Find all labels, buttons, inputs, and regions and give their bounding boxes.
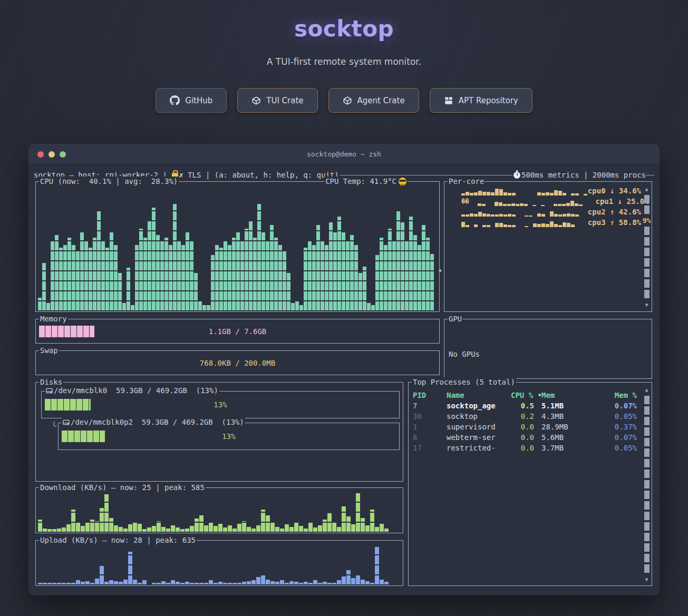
column-header[interactable]: Name xyxy=(447,390,511,400)
process-row[interactable]: 1supervisord0.028.9MB0.37% xyxy=(413,422,639,432)
chart-bar xyxy=(232,238,236,310)
percore-scrollbar[interactable]: ▲9%▼ xyxy=(643,183,650,310)
chart-bar xyxy=(256,577,260,584)
process-row[interactable]: 7socktop_age0.55.1MB0.07% xyxy=(413,400,639,411)
chart-bar xyxy=(157,583,161,584)
chart-bar xyxy=(318,583,322,584)
chart-bar xyxy=(109,518,113,532)
chart-bar xyxy=(375,547,379,584)
column-header[interactable]: CPU % • xyxy=(511,390,541,400)
chart-bar xyxy=(384,582,389,584)
scroll-thumb-block[interactable] xyxy=(643,405,650,416)
chart-bar xyxy=(251,580,256,584)
scroll-up-arrow[interactable]: ▲ xyxy=(643,183,650,194)
chart-bar xyxy=(85,581,90,584)
process-row[interactable]: 17restricted-0.03.7MB0.05% xyxy=(413,443,639,453)
chart-bar xyxy=(346,570,351,584)
github-button[interactable]: GitHub xyxy=(156,88,227,113)
scroll-thumb-block[interactable] xyxy=(643,257,650,268)
column-header[interactable]: PID xyxy=(413,390,447,400)
scroll-thumb-block[interactable] xyxy=(643,416,650,426)
disk-title: /dev/mmcblk0 59.3GB / 469.2GB (13%) xyxy=(45,386,219,395)
disk-gauge: 13% xyxy=(62,431,396,442)
chart-bar xyxy=(280,529,284,532)
scroll-thumb-block[interactable] xyxy=(643,437,650,447)
column-header[interactable]: Mem % xyxy=(599,390,639,400)
process-cell: 0.07% xyxy=(599,432,639,443)
scroll-thumb-block[interactable] xyxy=(643,194,650,204)
chart-bar xyxy=(127,268,130,310)
apt-repository-button[interactable]: APT Repository xyxy=(430,88,532,113)
processes-scrollbar[interactable]: ▲▼ xyxy=(643,384,650,584)
spark-bar xyxy=(461,222,465,227)
chart-bar xyxy=(354,245,358,310)
scroll-thumb-block[interactable] xyxy=(643,204,650,215)
process-cell: socktop xyxy=(447,411,511,422)
chart-bar xyxy=(285,583,289,584)
scroll-up-arrow[interactable]: ▲ xyxy=(643,384,650,395)
chart-bar xyxy=(76,250,80,310)
scroll-thumb-block[interactable] xyxy=(643,426,650,437)
scroll-thumb-block[interactable] xyxy=(643,278,650,289)
spark-bar xyxy=(558,225,562,228)
scroll-thumb-block[interactable] xyxy=(643,521,650,532)
scroll-thumb-block[interactable] xyxy=(643,490,650,500)
overflow-text[interactable]: 9% xyxy=(643,215,650,226)
scroll-thumb-block[interactable] xyxy=(643,563,650,574)
scroll-thumb-block[interactable] xyxy=(643,542,650,553)
swap-panel: Swap 768.0KB / 200.0MB xyxy=(35,350,440,375)
scroll-thumb-block[interactable] xyxy=(643,395,650,405)
chart-bar xyxy=(131,305,134,310)
chart-bar xyxy=(84,241,88,310)
scroll-thumb-block[interactable] xyxy=(643,500,650,511)
crate-icon xyxy=(251,96,261,105)
scroll-down-arrow[interactable]: ▼ xyxy=(643,574,650,584)
chart-bar xyxy=(52,529,56,532)
agent-crate-button[interactable]: Agent Crate xyxy=(328,88,419,113)
process-cell: 0.0 xyxy=(511,443,541,453)
scroll-thumb-block[interactable] xyxy=(643,468,650,479)
chart-bar xyxy=(237,583,241,584)
scroll-thumb-block[interactable] xyxy=(643,226,650,236)
chart-bar xyxy=(76,523,80,532)
scroll-down-arrow[interactable]: ▼ xyxy=(643,299,650,310)
zoom-window-button[interactable] xyxy=(60,151,66,158)
chart-bar xyxy=(81,526,85,532)
spark-bar xyxy=(499,223,503,227)
close-window-button[interactable] xyxy=(37,151,44,158)
github-icon xyxy=(170,95,180,105)
process-table: PIDNameCPU % •MemMem %7socktop_age0.55.1… xyxy=(413,390,639,453)
scroll-thumb-block[interactable] xyxy=(643,553,650,563)
process-row[interactable]: 8webterm-ser0.05.6MB0.07% xyxy=(413,432,639,443)
chart-bar xyxy=(237,524,241,532)
scroll-thumb-block[interactable] xyxy=(643,532,650,542)
scroll-thumb-block[interactable] xyxy=(643,236,650,247)
chart-bar xyxy=(38,520,42,532)
processes-panel-title: Top Processes (5 total) xyxy=(412,377,516,387)
chart-bar xyxy=(337,580,341,584)
scroll-thumb-block[interactable] xyxy=(643,289,650,299)
chart-bar xyxy=(299,305,303,310)
scroll-thumb-block[interactable] xyxy=(643,511,650,521)
process-cell: restricted- xyxy=(447,443,511,453)
chart-bar xyxy=(185,582,189,584)
chart-bar xyxy=(55,235,59,310)
scroll-thumb-block[interactable] xyxy=(643,247,650,257)
download-chart xyxy=(38,491,401,532)
chart-bar xyxy=(228,525,232,532)
scroll-thumb-block[interactable] xyxy=(643,479,650,490)
chart-bar xyxy=(342,232,345,310)
column-header[interactable]: Mem xyxy=(541,390,599,400)
terminal-window: socktop@demo ~ zsh socktop — host: rpi-w… xyxy=(29,144,659,595)
minimize-window-button[interactable] xyxy=(49,151,55,158)
stopwatch-icon xyxy=(513,172,520,179)
chart-bar xyxy=(351,578,355,584)
chart-bar xyxy=(90,583,94,584)
chart-bar xyxy=(261,574,265,584)
status-endcap xyxy=(646,175,654,175)
scroll-thumb-block[interactable] xyxy=(643,268,650,278)
scroll-thumb-block[interactable] xyxy=(643,458,650,468)
process-row[interactable]: 30socktop0.24.3MB0.05% xyxy=(413,411,639,422)
scroll-thumb-block[interactable] xyxy=(643,447,650,458)
tui-crate-button[interactable]: TUI Crate xyxy=(237,88,317,113)
